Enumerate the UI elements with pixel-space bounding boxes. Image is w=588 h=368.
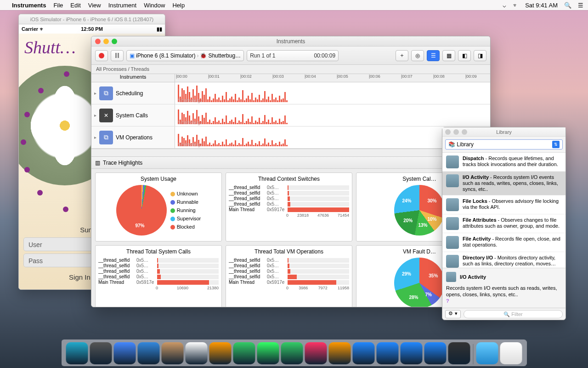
resize-handle[interactable]	[63, 207, 68, 212]
track-row[interactable]: ▸✕System Calls Shutterbugz	[91, 104, 490, 126]
dock-app-launchpad[interactable]	[90, 342, 112, 364]
add-button[interactable]: ＋	[396, 50, 408, 61]
track-footer	[91, 149, 490, 157]
library-detail: I/O Activity Records system I/O events s…	[442, 268, 565, 308]
resize-handle[interactable]	[37, 190, 43, 196]
app-menu[interactable]: Instruments	[12, 2, 46, 9]
remove-track-icon[interactable]: ✕	[99, 109, 113, 122]
target-selector[interactable]: ▣ iPhone 6 (8.1 Simulator) › 🐞 Shutterbu…	[126, 50, 244, 61]
dock-app-mail[interactable]	[138, 342, 160, 364]
close-icon[interactable]	[445, 129, 451, 135]
downloads-stack[interactable]	[476, 342, 498, 364]
chart-title: System Usage	[98, 176, 219, 182]
chevron-updown-icon: ⇅	[552, 141, 560, 148]
dock-app-contacts[interactable]	[162, 342, 184, 364]
track-row[interactable]: ▸⧉Scheduling Shutterbugz	[91, 82, 490, 104]
dock-separator	[473, 344, 474, 364]
instrument-icon	[446, 255, 459, 268]
dock-app-reminders[interactable]	[209, 342, 232, 364]
window-title: Instruments	[91, 36, 490, 46]
pause-button[interactable]	[111, 50, 124, 61]
resize-handle[interactable]	[21, 139, 26, 145]
dock-app-messages[interactable]	[257, 342, 279, 364]
menu-edit[interactable]: Edit	[70, 2, 80, 9]
notification-icon[interactable]: ☰	[578, 2, 583, 9]
resize-handle[interactable]	[64, 71, 69, 77]
wifi-icon[interactable]: ᯤ	[513, 2, 519, 9]
dock-app-appstore[interactable]	[353, 342, 375, 364]
library-list[interactable]: Dispatch - Records queue lifetimes, and …	[442, 152, 565, 268]
chart-title: Thread Total System Calls	[98, 248, 219, 255]
filter-input[interactable]: 🔍 Filter	[464, 310, 563, 318]
library-titlebar[interactable]: Library	[442, 127, 565, 137]
chart-panel: Thread Context Switches__thread_selfid0x…	[226, 172, 352, 242]
track-graph[interactable]: Shutterbugz	[175, 82, 490, 104]
airplay-icon[interactable]: ⌵	[503, 2, 506, 9]
simulator-titlebar[interactable]: iOS Simulator - iPhone 6 - iPhone 6 / iO…	[19, 14, 165, 24]
close-icon[interactable]	[95, 39, 101, 44]
menu-instrument[interactable]: Instrument	[108, 2, 136, 9]
record-button[interactable]	[95, 50, 108, 61]
track-graph[interactable]: Shutterbugz	[175, 104, 490, 126]
resize-handle[interactable]	[24, 167, 30, 172]
help-icon[interactable]: ?	[446, 298, 562, 304]
dock-app-xcode-c[interactable]	[424, 342, 447, 364]
pie-chart: 97%	[116, 185, 167, 236]
instrument-icon	[446, 155, 459, 168]
trash-icon[interactable]	[500, 342, 522, 364]
minimize-icon[interactable]	[103, 39, 109, 44]
dock-app-xcode-d[interactable]	[448, 342, 470, 364]
library-item[interactable]: File Activity - Records file open, close…	[442, 233, 565, 252]
chart-panel: Thread Total System Calls__thread_selfid…	[95, 245, 222, 307]
detail-header: ▥ Trace Highlights 🔍▾	[91, 157, 490, 169]
disclosure-icon[interactable]: ▸	[94, 91, 96, 96]
panel-left-button[interactable]: ◧	[458, 50, 471, 61]
breadcrumb[interactable]: All Processes / Threads	[91, 65, 490, 74]
view-grid-button[interactable]: ▦	[442, 50, 455, 61]
library-item[interactable]: I/O Activity - Records system I/O events…	[442, 172, 565, 196]
gear-button[interactable]: ⚙︎ ▾	[445, 310, 461, 318]
resize-handle[interactable]	[24, 112, 30, 117]
dock-app-itunes[interactable]	[305, 342, 327, 364]
trace-icon: ▥	[95, 160, 100, 166]
library-item[interactable]: File Locks - Observes advisory file lock…	[442, 196, 565, 214]
chart-title: Thread Total VM Operations	[229, 248, 349, 255]
resize-handle[interactable]	[38, 88, 44, 93]
menu-file[interactable]: File	[53, 2, 63, 9]
toolbar: ▣ iPhone 6 (8.1 Simulator) › 🐞 Shutterbu…	[91, 46, 490, 65]
menu-view[interactable]: View	[88, 2, 101, 9]
view-strategy-button[interactable]: ◎	[411, 50, 424, 61]
menubar: Instruments File Edit View Instrument Wi…	[0, 0, 588, 10]
dock-app-ibooks[interactable]	[329, 342, 351, 364]
status-time: 12:50 PM	[19, 26, 165, 32]
minimize-icon[interactable]	[453, 129, 459, 135]
dock-app-maps[interactable]	[233, 342, 255, 364]
zoom-icon[interactable]	[112, 39, 117, 44]
dock-app-safari[interactable]	[114, 342, 136, 364]
zoom-icon[interactable]	[462, 129, 467, 135]
dock-app-finder[interactable]	[66, 342, 88, 364]
chart-panel: System Usage97%UnknownRunnableRunningSup…	[95, 172, 222, 242]
instrument-icon: ⧉	[99, 86, 113, 100]
clock[interactable]: Sat 9:41 AM	[525, 2, 558, 9]
dock-app-xcode-b[interactable]	[401, 342, 423, 364]
dock-app-facetime[interactable]	[281, 342, 303, 364]
run-status[interactable]: Run 1 of 1 00:00:09	[247, 50, 339, 61]
dock-app-xcode-a[interactable]	[377, 342, 399, 364]
library-item[interactable]: Directory I/O - Monitors directory activ…	[442, 252, 565, 268]
library-item[interactable]: File Attributes - Observes changes to fi…	[442, 214, 565, 233]
track-row[interactable]: ▸⧉VM Operations Shutterbugz	[91, 126, 490, 149]
disclosure-icon[interactable]: ▸	[94, 113, 96, 118]
instruments-titlebar[interactable]: Instruments	[91, 36, 490, 46]
time-ruler[interactable]: |00:00 |00:01 |00:02 |00:03 |00:04 |00:0…	[175, 74, 490, 82]
spotlight-icon[interactable]: 🔍	[564, 2, 571, 9]
library-item[interactable]: Dispatch - Records queue lifetimes, and …	[442, 153, 565, 172]
view-list-button[interactable]: ☰	[427, 50, 440, 61]
menu-window[interactable]: Window	[144, 2, 165, 9]
panel-right-button[interactable]: ◨	[474, 50, 486, 61]
disclosure-icon[interactable]: ▸	[94, 135, 96, 140]
library-selector[interactable]: 📚 Library ⇅	[445, 139, 563, 150]
dock-app-calendar[interactable]	[186, 342, 208, 364]
menu-help[interactable]: Help	[172, 2, 185, 9]
track-name: System Calls	[116, 112, 148, 119]
